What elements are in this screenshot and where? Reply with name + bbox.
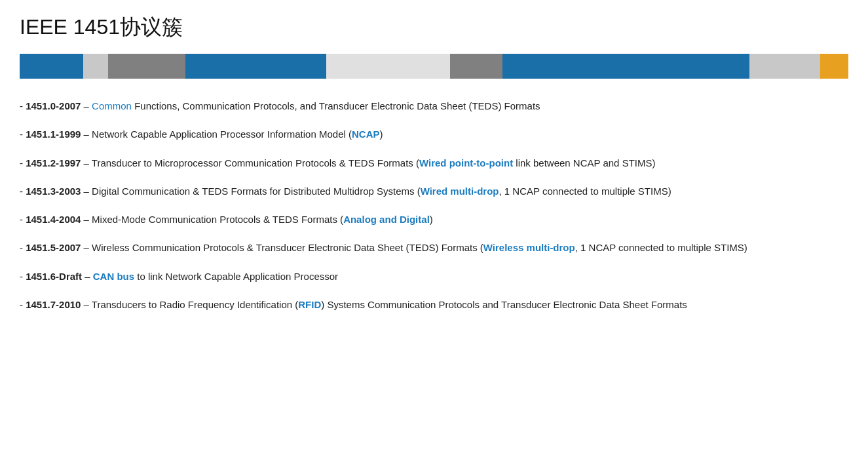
item-number: 1451.0-2007 (26, 100, 81, 111)
dash-prefix: - (20, 128, 26, 140)
dash-prefix: - (20, 271, 26, 282)
item-number: 1451.2-1997 (26, 157, 81, 168)
bar-segment (108, 54, 185, 79)
bar-segment (326, 54, 449, 79)
highlight-text: Wired point-to-point (419, 157, 513, 168)
bar-segment (20, 54, 83, 79)
item-number: 1451.3-2003 (26, 186, 81, 197)
bar-segment (502, 54, 749, 79)
dash-prefix: - (20, 186, 26, 197)
list-item: - 1451.2-1997 – Transducer to Microproce… (20, 155, 848, 170)
list-item: - 1451.5-2007 – Wireless Communication P… (20, 240, 848, 255)
highlight-text: Wired multi-drop (421, 186, 499, 197)
color-bar (20, 54, 848, 79)
bar-segment (185, 54, 326, 79)
list-item: - 1451.4-2004 – Mixed-Mode Communication… (20, 212, 848, 227)
bar-segment (450, 54, 503, 79)
highlight-text: RFID (298, 299, 321, 310)
highlight-text: CAN bus (93, 271, 134, 282)
highlight-text: Wireless multi-drop (483, 242, 575, 253)
highlight-text: Analog and Digital (343, 214, 430, 225)
list-item: - 1451.0-2007 – Common Functions, Commun… (20, 98, 848, 113)
item-number: 1451.5-2007 (26, 242, 81, 253)
item-number: 1451.4-2004 (26, 214, 81, 225)
bar-segment (820, 54, 848, 79)
page-title: IEEE 1451协议簇 (20, 13, 848, 42)
dash-prefix: - (20, 214, 26, 225)
list-item: - 1451.1-1999 – Network Capable Applicat… (20, 127, 848, 142)
bar-segment (83, 54, 108, 79)
highlight-text: NCAP (352, 128, 380, 140)
item-number: 1451.7-2010 (26, 299, 81, 310)
dash-prefix: - (20, 157, 26, 168)
dash-prefix: - (20, 100, 26, 111)
item-number: 1451.1-1999 (26, 128, 81, 140)
list-item: - 1451.6-Draft – CAN bus to link Network… (20, 269, 848, 284)
protocol-list: - 1451.0-2007 – Common Functions, Commun… (20, 98, 848, 312)
list-item: - 1451.7-2010 – Transducers to Radio Fre… (20, 297, 848, 312)
highlight-text: Common (92, 100, 132, 111)
list-item: - 1451.3-2003 – Digital Communication & … (20, 184, 848, 199)
dash-prefix: - (20, 299, 26, 310)
bar-segment (749, 54, 820, 79)
item-number: 1451.6-Draft (26, 271, 82, 282)
dash-prefix: - (20, 242, 26, 253)
